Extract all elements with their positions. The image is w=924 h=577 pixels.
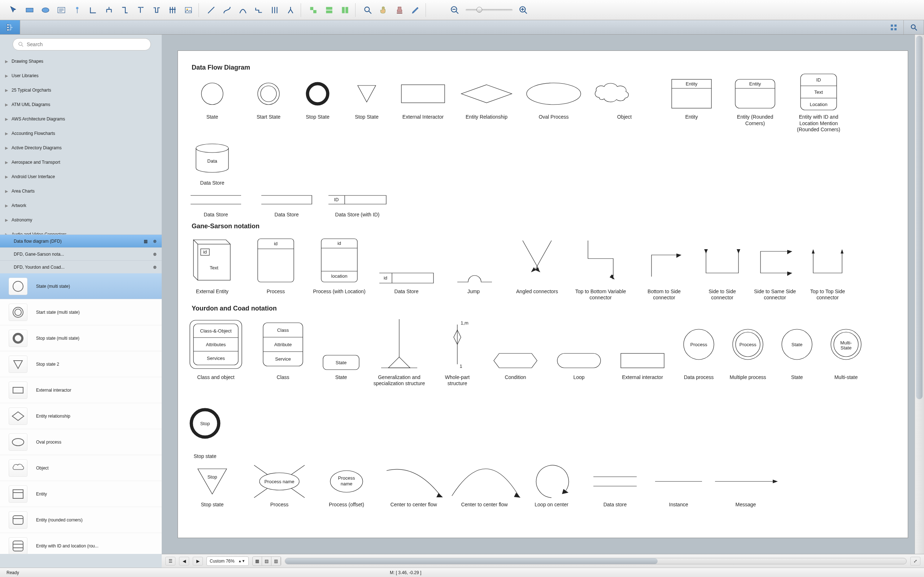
shape-row[interactable]: Entity (rounded corners) — [0, 507, 162, 533]
tree-item[interactable]: ▶Active Directory Diagrams — [0, 141, 162, 155]
shape-row[interactable]: Entity relationship — [0, 403, 162, 429]
line-tool[interactable] — [204, 3, 218, 17]
vertical-scrollbar[interactable] — [914, 35, 924, 554]
main-toolbar — [0, 0, 924, 20]
rect-tool[interactable] — [23, 3, 37, 17]
svg-line-37 — [22, 45, 23, 47]
connector-tree-tool[interactable] — [102, 3, 116, 17]
tree-item[interactable]: ▶AWS Architecture Diagrams — [0, 112, 162, 126]
multi-tool[interactable] — [267, 3, 282, 17]
branch-tool[interactable] — [283, 3, 298, 17]
bottom-bar: ☰ ◀ ▶ Custom 76%▲▼ ▦▤▥ ⤢ — [162, 554, 924, 567]
search-tab[interactable] — [904, 20, 924, 34]
shape-row[interactable]: State (multi state) — [0, 273, 162, 299]
horizontal-scrollbar[interactable] — [285, 558, 907, 564]
shape-thumb — [9, 330, 27, 347]
chevron-right-icon: ▶ — [5, 160, 10, 165]
drawing-page[interactable]: Data Flow Diagram State Start State Stop… — [178, 50, 908, 538]
align2-tool[interactable] — [322, 3, 336, 17]
connector-right-tool[interactable] — [118, 3, 132, 17]
shape-thumb — [9, 459, 27, 477]
svg-text:Location: Location — [809, 102, 827, 107]
tree-item[interactable]: ▶Drawing Shapes — [0, 54, 162, 69]
shape-row[interactable]: Oval process — [0, 429, 162, 455]
library-tab[interactable]: DFD, Yourdon and Coad...⊗ — [0, 260, 162, 273]
text-tool[interactable] — [54, 3, 69, 17]
shape-row[interactable]: Entity with ID and location (rou... — [0, 533, 162, 554]
orth-tool[interactable] — [252, 3, 266, 17]
grid-view-tab[interactable] — [884, 20, 904, 34]
library-tree-tab[interactable] — [0, 20, 20, 34]
shape-row[interactable]: Object — [0, 455, 162, 481]
svg-text:Stop: Stop — [208, 474, 217, 480]
status-bar: Ready M: [ 3.46, -0.29 ] — [0, 567, 924, 577]
stamp-tool[interactable] — [393, 3, 407, 17]
close-icon[interactable]: ⊗ — [152, 238, 158, 245]
search-box — [0, 35, 162, 54]
node-tool[interactable] — [70, 3, 84, 17]
connector-l-tool[interactable] — [86, 3, 100, 17]
svg-rect-13 — [326, 7, 332, 10]
section-title-dfd: Data Flow Diagram — [192, 64, 901, 71]
hand-tool[interactable] — [376, 3, 391, 17]
connector-t-tool[interactable] — [134, 3, 148, 17]
next-page-button[interactable]: ▶ — [193, 557, 203, 566]
shape-thumb — [9, 304, 27, 321]
fit-button[interactable]: ⤢ — [910, 557, 921, 566]
shape-row[interactable]: Entity — [0, 481, 162, 507]
canvas-area: Data Flow Diagram State Start State Stop… — [162, 35, 924, 554]
tree-item[interactable]: ▶25 Typical Orgcharts — [0, 83, 162, 97]
tree-item[interactable]: ▶Audio and Video Connectors — [0, 227, 162, 234]
tree-item[interactable]: ▶Aerospace and Transport — [0, 155, 162, 169]
library-tab[interactable]: Data flow diagram (DFD)▦⊗ — [0, 234, 162, 247]
tree-item[interactable]: ▶Accounting Flowcharts — [0, 126, 162, 141]
ellipse-tool[interactable] — [38, 3, 53, 17]
search-input[interactable] — [13, 38, 151, 50]
svg-text:name: name — [341, 481, 353, 487]
spline-tool[interactable] — [220, 3, 234, 17]
align3-tool[interactable] — [338, 3, 352, 17]
tree-item[interactable]: ▶Astronomy — [0, 213, 162, 227]
chevron-right-icon: ▶ — [5, 131, 10, 136]
connector-m-tool[interactable] — [149, 3, 164, 17]
svg-point-17 — [365, 7, 369, 11]
status-coord: M: [ 3.46, -0.29 ] — [390, 570, 421, 575]
image-tool[interactable] — [181, 3, 195, 17]
close-icon[interactable]: ⊗ — [152, 264, 158, 271]
zoom-in-button[interactable] — [516, 3, 531, 17]
svg-text:Service: Service — [275, 356, 291, 362]
svg-text:Text: Text — [814, 89, 823, 95]
zoom-out-button[interactable] — [447, 3, 462, 17]
shape-row[interactable]: External interactor — [0, 377, 162, 403]
tree-item[interactable]: ▶Area Charts — [0, 184, 162, 198]
close-icon[interactable]: ⊗ — [152, 251, 158, 258]
svg-text:location: location — [331, 273, 347, 279]
zoom-sel-tool[interactable] — [360, 3, 375, 17]
pin-icon[interactable]: ▦ — [142, 238, 149, 245]
svg-rect-115 — [621, 353, 664, 368]
tree-item[interactable]: ▶Artwork — [0, 198, 162, 213]
tree-item[interactable]: ▶User Libraries — [0, 69, 162, 83]
shape-row[interactable]: Start state (multi state) — [0, 299, 162, 325]
svg-point-1 — [42, 8, 49, 12]
svg-text:1: 1 — [459, 364, 462, 369]
svg-text:Data: Data — [207, 158, 217, 164]
curve-tool[interactable] — [236, 3, 250, 17]
page-list-button[interactable]: ☰ — [165, 557, 175, 566]
connector-grid-tool[interactable] — [165, 3, 180, 17]
shape-row[interactable]: Stop state (multi state) — [0, 325, 162, 351]
library-tab[interactable]: DFD, Gane-Sarson nota...⊗ — [0, 247, 162, 260]
tree-item[interactable]: ▶ATM UML Diagrams — [0, 97, 162, 112]
svg-rect-15 — [342, 7, 345, 13]
zoom-select[interactable]: Custom 76%▲▼ — [207, 556, 249, 566]
view-mode-buttons[interactable]: ▦▤▥ — [252, 556, 281, 566]
chevron-right-icon: ▶ — [5, 146, 10, 150]
section-title-gs: Gane-Sarson notation — [192, 222, 901, 230]
pointer-tool[interactable] — [6, 3, 21, 17]
pen-tool[interactable] — [408, 3, 423, 17]
shape-row[interactable]: Stop state 2 — [0, 351, 162, 377]
align1-tool[interactable] — [306, 3, 320, 17]
zoom-slider[interactable] — [465, 9, 512, 11]
tree-item[interactable]: ▶Android User Interface — [0, 169, 162, 184]
prev-page-button[interactable]: ◀ — [179, 557, 189, 566]
